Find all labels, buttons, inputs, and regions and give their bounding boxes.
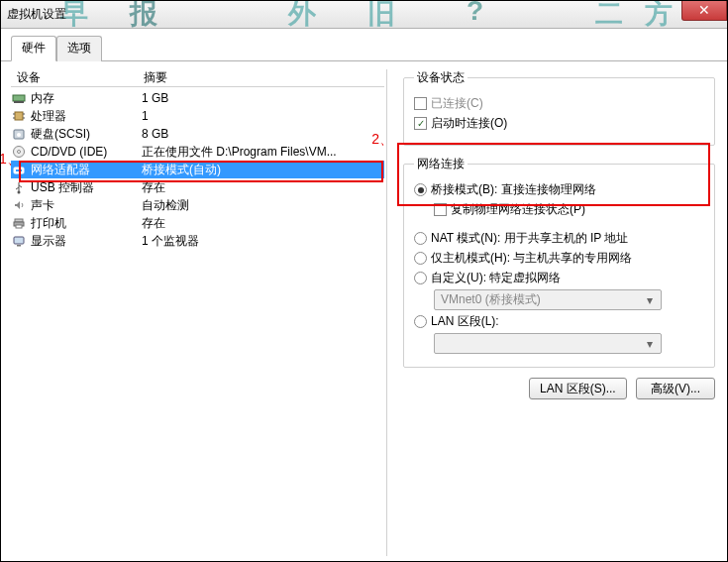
device-name: 内存: [31, 89, 138, 107]
header-device: 设备: [11, 68, 140, 86]
svg-point-13: [18, 191, 21, 194]
chevron-down-icon: ▾: [643, 337, 657, 351]
button-row: LAN 区段(S)... 高级(V)...: [403, 378, 715, 399]
device-name: CD/DVD (IDE): [31, 143, 138, 161]
device-name: 网络适配器: [31, 161, 138, 178]
header-summary: 摘要: [140, 68, 384, 86]
device-summary: 正在使用文件 D:\Program Files\VM...: [138, 143, 384, 161]
svg-rect-0: [13, 95, 25, 101]
bridged-radio[interactable]: [414, 183, 427, 196]
connect-at-power-on-checkbox[interactable]: [414, 117, 427, 130]
svg-point-10: [18, 151, 21, 154]
device-summary: 8 GB: [138, 125, 384, 143]
tab-hardware[interactable]: 硬件: [11, 36, 56, 61]
hostonly-radio[interactable]: [414, 252, 427, 265]
network-connection-legend: 网络连接: [414, 156, 468, 172]
svg-rect-16: [16, 225, 22, 228]
close-icon: ✕: [698, 2, 710, 18]
hostonly-label: 仅主机模式(H): 与主机共享的专用网络: [431, 250, 632, 267]
replicate-label: 复制物理网络连接状态(P): [451, 201, 585, 218]
lan-segment-radio[interactable]: [414, 315, 427, 328]
device-row-network[interactable]: 网络适配器 桥接模式(自动): [11, 161, 384, 178]
device-row-memory[interactable]: 内存 1 GB: [11, 89, 384, 107]
connect-at-power-on-label: 启动时连接(O): [431, 115, 507, 132]
nat-label: NAT 模式(N): 用于共享主机的 IP 地址: [431, 230, 628, 247]
usb-icon: [11, 179, 27, 195]
replicate-checkbox[interactable]: [434, 203, 447, 216]
device-list: 设备 摘要 内存 1 GB 处理器 1 硬盘(SCSI) 8 GB CD/DVD…: [11, 69, 387, 556]
printer-icon: [11, 215, 27, 231]
device-name: 显示器: [31, 232, 138, 250]
bridged-label: 桥接模式(B): 直接连接物理网络: [431, 181, 596, 198]
network-icon: [11, 162, 27, 177]
device-status-legend: 设备状态: [414, 69, 468, 86]
device-name: USB 控制器: [31, 178, 138, 196]
svg-point-8: [17, 133, 21, 137]
device-list-header: 设备 摘要: [11, 69, 384, 87]
tab-options[interactable]: 选项: [56, 36, 102, 61]
device-name: 硬盘(SCSI): [31, 125, 138, 143]
device-summary: 1 个监视器: [138, 232, 384, 250]
device-status-group: 设备状态 已连接(C) 启动时连接(O): [403, 69, 715, 146]
device-row-printer[interactable]: 打印机 存在: [11, 214, 384, 232]
memory-icon: [11, 90, 27, 106]
sound-icon: [11, 197, 27, 213]
device-row-cd[interactable]: CD/DVD (IDE) 正在使用文件 D:\Program Files\VM.…: [11, 143, 384, 161]
nat-radio[interactable]: [414, 232, 427, 245]
device-name: 声卡: [31, 196, 138, 214]
disk-icon: [11, 126, 27, 142]
device-summary: 1: [138, 107, 384, 125]
device-summary: 1 GB: [138, 89, 384, 107]
cpu-icon: [11, 108, 27, 124]
display-icon: [11, 233, 27, 249]
titlebar: 早 报 外 旧 ? 二 方 虚拟机设置 ✕: [1, 1, 727, 29]
lan-segment-label: LAN 区段(L):: [431, 313, 499, 330]
svg-rect-17: [14, 237, 24, 244]
custom-network-select: VMnet0 (桥接模式) ▾: [434, 289, 662, 310]
device-summary: 存在: [138, 214, 384, 232]
chevron-down-icon: ▾: [643, 293, 657, 307]
svg-rect-12: [16, 169, 22, 171]
lan-segments-button[interactable]: LAN 区段(S)...: [529, 378, 627, 399]
connected-checkbox: [414, 97, 427, 110]
close-button[interactable]: ✕: [681, 1, 727, 21]
device-row-disk[interactable]: 硬盘(SCSI) 8 GB: [11, 125, 384, 143]
svg-rect-1: [14, 101, 24, 103]
custom-label: 自定义(U): 特定虚拟网络: [431, 270, 561, 286]
device-row-sound[interactable]: 声卡 自动检测: [11, 196, 384, 214]
device-summary: 桥接模式(自动): [138, 161, 384, 178]
custom-radio[interactable]: [414, 272, 427, 284]
svg-rect-18: [17, 245, 21, 247]
connected-label: 已连接(C): [431, 95, 483, 112]
device-name: 处理器: [31, 107, 138, 125]
device-row-usb[interactable]: USB 控制器 存在: [11, 178, 384, 196]
network-connection-group: 网络连接 桥接模式(B): 直接连接物理网络 复制物理网络连接状态(P) NAT…: [403, 156, 715, 368]
device-name: 打印机: [31, 214, 138, 232]
device-row-display[interactable]: 显示器 1 个监视器: [11, 232, 384, 250]
device-row-cpu[interactable]: 处理器 1: [11, 107, 384, 125]
device-summary: 自动检测: [138, 196, 384, 214]
lan-segment-select: ▾: [434, 333, 662, 354]
device-summary: 存在: [138, 178, 384, 196]
custom-network-value: VMnet0 (桥接模式): [441, 291, 541, 308]
tab-strip: 硬件 选项: [1, 29, 727, 61]
window-title: 虚拟机设置: [7, 6, 66, 23]
advanced-button[interactable]: 高级(V)...: [636, 378, 715, 399]
cd-icon: [11, 144, 27, 160]
svg-rect-2: [15, 112, 23, 120]
